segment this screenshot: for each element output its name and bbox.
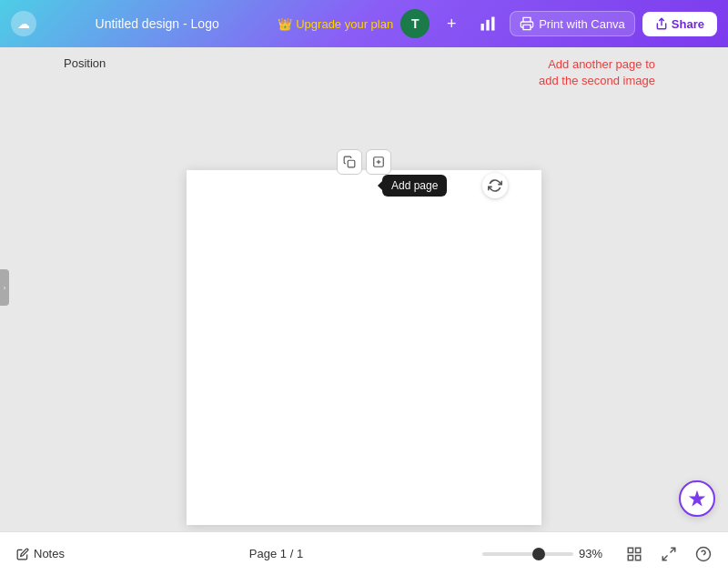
pencil-icon — [16, 548, 29, 560]
svg-rect-1 — [487, 20, 490, 31]
annotation-line2: add the second image — [539, 73, 655, 89]
canva-logo[interactable]: ☁ — [11, 11, 36, 36]
crown-icon: 👑 — [278, 17, 292, 31]
bottombar: Notes Page 1 / 1 93% — [0, 531, 728, 575]
help-icon — [695, 546, 712, 562]
refresh-icon — [488, 178, 502, 193]
printer-icon — [520, 16, 534, 31]
upgrade-label: Upgrade your plan — [296, 17, 393, 31]
cloud-icon: ☁ — [17, 16, 30, 31]
canvas-area: Add page + Add page ∧ — [0, 47, 728, 546]
svg-rect-10 — [636, 555, 641, 560]
copy-icon — [343, 156, 356, 168]
annotation-line1: Add another page to — [539, 56, 655, 73]
share-icon — [655, 17, 668, 30]
position-label: Position — [64, 56, 106, 70]
magic-button[interactable] — [679, 480, 715, 517]
svg-rect-8 — [636, 548, 641, 552]
annotation-text: Add another page to add the second image — [539, 56, 655, 89]
notes-button[interactable]: Notes — [11, 543, 70, 564]
share-label: Share — [672, 17, 704, 31]
analytics-button[interactable] — [473, 9, 502, 38]
add-page-tooltip: Add page — [382, 175, 447, 197]
magic-icon — [687, 489, 707, 509]
share-button[interactable]: Share — [642, 12, 717, 36]
grid-view-button[interactable] — [621, 540, 648, 568]
left-panel-toggle[interactable]: › — [0, 269, 9, 306]
svg-rect-7 — [628, 548, 632, 552]
canvas-page[interactable] — [187, 170, 541, 525]
zoom-controls: 93% — [482, 547, 613, 560]
svg-rect-9 — [628, 555, 632, 560]
add-page-icon-button[interactable]: + — [437, 9, 466, 38]
copy-control-button[interactable] — [337, 149, 362, 175]
fullscreen-button[interactable] — [655, 540, 682, 568]
zoom-thumb — [532, 548, 545, 560]
svg-line-12 — [662, 555, 667, 560]
help-button[interactable] — [690, 540, 717, 568]
chart-icon — [479, 15, 497, 33]
notes-label: Notes — [34, 547, 65, 560]
expand-icon — [661, 546, 677, 562]
print-label: Print with Canva — [539, 17, 625, 31]
svg-line-11 — [671, 548, 675, 552]
document-title[interactable]: Untitled design - Logo — [44, 16, 270, 31]
topbar: ☁ Untitled design - Logo 👑 Upgrade your … — [0, 0, 728, 47]
plus-frame-icon — [372, 156, 385, 168]
svg-rect-3 — [348, 160, 355, 167]
add-element-button[interactable] — [366, 149, 391, 175]
print-button[interactable]: Print with Canva — [510, 11, 635, 36]
zoom-slider[interactable] — [482, 552, 573, 556]
grid-icon — [626, 546, 642, 562]
upgrade-button[interactable]: 👑 Upgrade your plan — [278, 17, 393, 31]
svg-rect-2 — [491, 17, 494, 31]
refresh-icon-button[interactable] — [482, 173, 508, 198]
canvas-controls — [337, 149, 391, 175]
user-avatar[interactable]: T — [400, 9, 430, 38]
zoom-percent: 93% — [579, 547, 613, 560]
page-indicator: Page 1 / 1 — [77, 547, 475, 560]
svg-rect-0 — [481, 24, 484, 31]
